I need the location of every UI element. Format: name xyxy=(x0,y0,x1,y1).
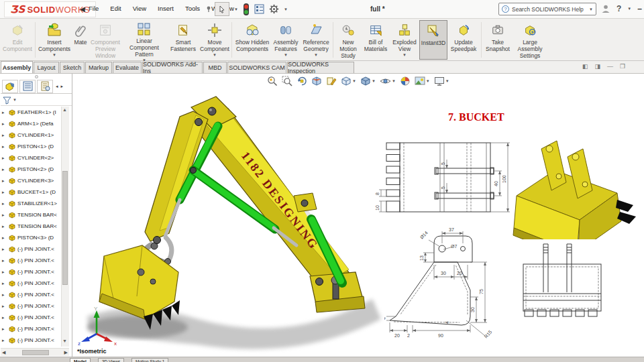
user-account-icon[interactable] xyxy=(601,4,610,13)
expand-arrow-icon[interactable] xyxy=(2,247,7,252)
expand-arrow-icon[interactable] xyxy=(2,190,7,195)
apply-scene-button[interactable]: ▼ xyxy=(415,76,430,86)
instant3d-button[interactable]: Instant3D xyxy=(419,20,447,60)
expand-arrow-icon[interactable] xyxy=(2,167,7,172)
configurationmanager-tab[interactable] xyxy=(37,80,53,93)
expand-arrow-icon[interactable] xyxy=(2,292,7,298)
collapse-right-pane-icon[interactable]: ◨ xyxy=(595,63,601,70)
tab-layout[interactable]: Layout xyxy=(34,62,59,73)
smart-fasteners-button[interactable]: Smart Fasteners xyxy=(167,20,199,60)
expand-arrow-icon[interactable] xyxy=(2,326,7,332)
tree-item[interactable]: TENSION BAR< xyxy=(1,221,61,232)
expand-arrow-icon[interactable] xyxy=(2,178,7,184)
tree-item[interactable]: (-) PIN JOINT.< xyxy=(1,300,61,312)
update-speedpak-button[interactable]: Update Speedpak xyxy=(447,20,480,60)
help-caret-icon[interactable]: ▼ xyxy=(627,7,631,11)
evaluate-panel-icon[interactable] xyxy=(254,4,264,14)
tree-item[interactable]: (-) PIN JOINT.< xyxy=(1,323,61,335)
tab-assembly[interactable]: Assembly xyxy=(1,61,33,73)
tree-item[interactable]: (-) PIN JOINT.< xyxy=(1,335,61,346)
help-menu-button[interactable]: ? xyxy=(616,4,621,13)
excavator-3d-model[interactable]: 1182 DESIGNING xyxy=(74,80,389,357)
menu-item[interactable]: View xyxy=(133,5,146,12)
component-preview-window-button[interactable]: Component Preview Window xyxy=(89,20,121,60)
tab-model[interactable]: Model xyxy=(70,358,91,362)
reference-geometry-button[interactable]: Reference Geometry ▼ xyxy=(301,20,331,60)
scroll-left-icon[interactable]: ◀ xyxy=(2,350,5,355)
edit-appearance-button[interactable] xyxy=(400,76,411,86)
tree-item[interactable]: PISTON<3> (D xyxy=(1,232,61,243)
window-minimize-icon[interactable]: — xyxy=(607,63,613,70)
tree-item[interactable]: (-) PIN JOINT.< xyxy=(1,266,61,278)
collapse-menu-arrow-icon[interactable]: ◀ xyxy=(80,5,85,13)
tree-item[interactable]: PISTON<2> (D xyxy=(1,164,61,175)
dropdown-caret-icon[interactable]: ▼ xyxy=(445,79,449,83)
filter-caret-icon[interactable]: ▼ xyxy=(13,98,17,102)
tree-item[interactable]: (-) PIN JOINT.< xyxy=(1,278,61,289)
expand-arrow-icon[interactable] xyxy=(2,201,7,206)
collapse-left-pane-icon[interactable]: ◧ xyxy=(582,63,588,70)
expand-arrow-icon[interactable] xyxy=(2,213,7,218)
expand-arrow-icon[interactable] xyxy=(2,144,7,149)
large-assembly-settings-button[interactable]: Large Assembly Settings xyxy=(513,20,547,60)
take-snapshot-button[interactable]: Take Snapshot xyxy=(483,20,513,60)
tab-solidworks-add-ins[interactable]: SOLIDWORKS Add-Ins xyxy=(142,62,203,73)
view-settings-button[interactable]: ▼ xyxy=(434,76,449,86)
expand-arrow-icon[interactable] xyxy=(2,258,7,263)
tab-markup[interactable]: Markup xyxy=(85,62,112,73)
menu-item[interactable]: Edit xyxy=(110,5,121,12)
tree-item[interactable]: (-) PIN JOINT.< xyxy=(1,289,61,300)
search-caret-icon[interactable]: ▼ xyxy=(589,7,593,11)
tab-sketch[interactable]: Sketch xyxy=(60,62,85,73)
panel-tab-scroll-right-icon[interactable]: ▸ xyxy=(61,84,64,89)
edit-component-button[interactable]: Edit Component xyxy=(1,20,34,60)
expand-arrow-icon[interactable] xyxy=(2,281,7,286)
scroll-down-icon[interactable]: ▼ xyxy=(62,339,67,343)
tree-item[interactable]: CYLINDER<1> xyxy=(1,129,61,141)
insert-components-button[interactable]: Insert Components ▼ xyxy=(37,20,72,60)
tab-solidworks-cam[interactable]: SOLIDWORKS CAM xyxy=(227,62,286,73)
menu-item[interactable]: Tools xyxy=(185,5,200,12)
expand-arrow-icon[interactable] xyxy=(2,110,7,115)
menu-item[interactable]: File xyxy=(89,5,99,12)
tree-horizontal-scrollbar[interactable]: ◀ ▶ xyxy=(1,348,69,356)
expand-arrow-icon[interactable] xyxy=(2,304,7,309)
tree-item[interactable]: ARM<1> (Defa xyxy=(1,118,61,129)
mate-button[interactable]: Mate xyxy=(72,20,89,60)
exploded-view-button[interactable]: Exploded View ▼ xyxy=(390,20,419,60)
options-caret-icon[interactable]: ▼ xyxy=(284,7,288,11)
tab-mbd[interactable]: MBD xyxy=(203,62,227,73)
tree-item[interactable]: (-) PIN JOINT.< xyxy=(1,255,61,266)
panel-splitter-handle[interactable] xyxy=(35,75,38,78)
scroll-right-icon[interactable]: ▶ xyxy=(64,350,68,355)
linear-component-pattern-button[interactable]: Linear Component Pattern ▼ xyxy=(121,20,167,60)
featuremanager-tree-tab[interactable] xyxy=(2,80,18,93)
scroll-up-icon[interactable]: ▲ xyxy=(62,107,67,112)
tree-scrollbar-thumb[interactable] xyxy=(62,171,68,285)
tab-3d-views[interactable]: 3D Views xyxy=(98,358,124,362)
tree-item[interactable]: CYLINDER<2> xyxy=(1,152,61,164)
tree-item[interactable]: FEATHER<1> (I xyxy=(1,107,61,118)
move-component-button[interactable]: Move Component ▼ xyxy=(199,20,230,60)
dropdown-caret-icon[interactable]: ▼ xyxy=(426,79,430,83)
propertymanager-tab[interactable] xyxy=(19,80,36,93)
dropdown-caret-icon[interactable]: ▼ xyxy=(52,53,56,57)
expand-arrow-icon[interactable] xyxy=(2,235,7,241)
tree-item[interactable]: CYLINDER<3> xyxy=(1,175,61,186)
expand-arrow-icon[interactable] xyxy=(2,224,7,229)
expand-arrow-icon[interactable] xyxy=(2,156,7,161)
options-gear-icon[interactable] xyxy=(269,4,279,14)
bill-of-materials-button[interactable]: Bill of Materials xyxy=(362,20,390,60)
dropdown-caret-icon[interactable]: ▼ xyxy=(284,53,288,57)
tree-item[interactable]: PISTON<1> (D xyxy=(1,141,61,152)
tree-item[interactable]: STABILIZER<1> xyxy=(1,198,61,209)
expand-arrow-icon[interactable] xyxy=(2,269,7,275)
tree-item[interactable]: (-) PIN JOINT.< xyxy=(1,243,61,255)
select-tool-button[interactable] xyxy=(215,2,229,16)
tree-item[interactable]: BUCKET<1> (D xyxy=(1,186,61,198)
tab-evaluate[interactable]: Evaluate xyxy=(113,62,142,73)
dropdown-caret-icon[interactable]: ▼ xyxy=(402,53,407,57)
tab-motion-study-1[interactable]: Motion Study 1 xyxy=(131,358,168,362)
assembly-features-button[interactable]: Assembly Features ▼ xyxy=(271,20,301,60)
tree-hscrollbar-thumb[interactable] xyxy=(22,350,49,355)
